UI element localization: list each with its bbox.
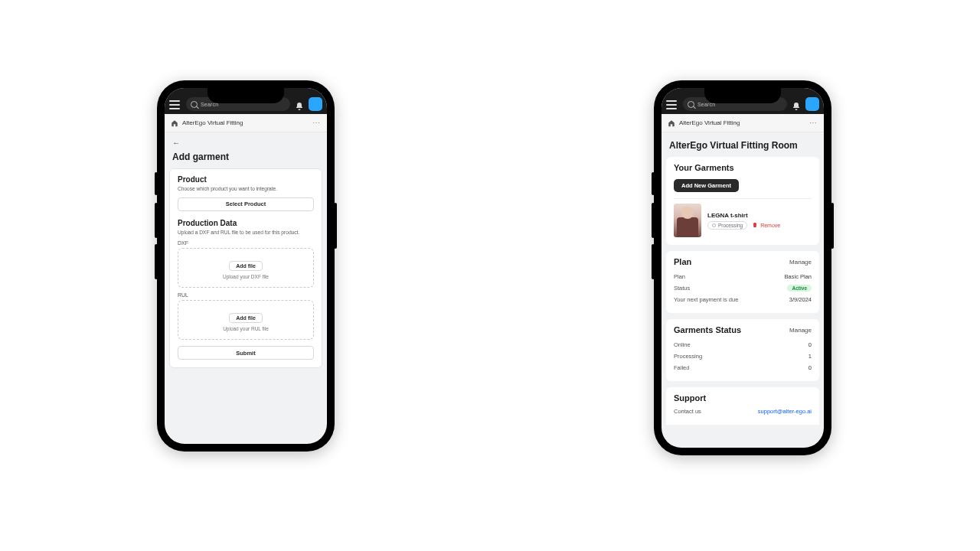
app-icon: [171, 119, 178, 127]
processing-icon: [712, 223, 716, 227]
rul-hint: Upload your RUL file: [223, 326, 269, 331]
online-count: 0: [808, 341, 812, 348]
app-title: AlterEgo Virtual Fitting: [182, 119, 243, 126]
garment-row: LEGNA t-shirt Processing Remove: [674, 198, 812, 237]
next-payment-label: Your next payment is due: [674, 296, 738, 303]
menu-icon[interactable]: [169, 100, 180, 109]
status-badge: Active: [787, 285, 812, 292]
plan-value: Basic Plan: [785, 273, 812, 280]
phone-frame-left: Search AlterEgo Virtual Fitting ⋯ ← Add …: [157, 80, 335, 452]
failed-count: 0: [808, 364, 812, 371]
page-title: AlterEgo Virtual Fitting Room: [662, 132, 824, 157]
notifications-icon[interactable]: [792, 100, 801, 109]
content-right: AlterEgo Virtual Fitting Room Your Garme…: [662, 132, 824, 448]
trash-icon: [752, 222, 758, 228]
phone-frame-right: Search AlterEgo Virtual Fitting ⋯ AlterE…: [654, 80, 831, 455]
dxf-hint: Upload your DXF file: [223, 274, 269, 279]
avatar[interactable]: [309, 97, 322, 111]
rul-add-button[interactable]: Add file: [229, 313, 263, 323]
garments-heading: Your Garments: [674, 163, 734, 172]
avatar[interactable]: [805, 97, 819, 111]
menu-icon[interactable]: [666, 100, 677, 109]
data-heading: Production Data: [178, 219, 314, 227]
rul-label: RUL: [178, 292, 314, 298]
product-card: Product Choose which product you want to…: [169, 168, 322, 368]
online-label: Online: [674, 341, 691, 348]
dxf-label: DXF: [178, 240, 314, 246]
more-icon[interactable]: ⋯: [809, 119, 818, 127]
submit-button[interactable]: Submit: [178, 346, 314, 360]
status-panel: Garments Status Manage Online0 Processin…: [666, 319, 819, 381]
search-icon: [688, 101, 694, 108]
select-product-button[interactable]: Select Product: [178, 197, 314, 211]
page-title: Add garment: [165, 147, 327, 168]
garment-name: LEGNA t-shirt: [707, 212, 812, 219]
title-bar: AlterEgo Virtual Fitting ⋯: [165, 114, 327, 132]
product-sub: Choose which product you want to integra…: [178, 186, 314, 193]
screen-left: Search AlterEgo Virtual Fitting ⋯ ← Add …: [165, 88, 327, 444]
status-label: Status: [674, 285, 690, 292]
data-sub: Upload a DXF and RUL file to be used for…: [178, 230, 314, 236]
notch: [704, 88, 781, 103]
processing-label: Processing: [674, 353, 702, 360]
plan-label: Plan: [674, 273, 685, 280]
plan-heading: Plan: [674, 257, 691, 266]
app-title: AlterEgo Virtual Fitting: [679, 119, 740, 126]
plan-manage-link[interactable]: Manage: [789, 259, 812, 266]
screen-right: Search AlterEgo Virtual Fitting ⋯ AlterE…: [662, 88, 824, 448]
notch: [207, 88, 284, 103]
next-payment-value: 3/9/2024: [789, 296, 812, 303]
processing-count: 1: [808, 353, 812, 360]
notifications-icon[interactable]: [295, 100, 304, 109]
remove-button[interactable]: Remove: [752, 222, 780, 228]
status-heading: Garments Status: [674, 325, 741, 334]
plan-panel: Plan Manage PlanBasic Plan StatusActive …: [666, 251, 819, 313]
garment-status-pill: Processing: [707, 221, 747, 230]
product-heading: Product: [178, 175, 314, 184]
status-manage-link[interactable]: Manage: [789, 327, 812, 334]
back-button[interactable]: ←: [165, 132, 327, 147]
search-icon: [191, 101, 198, 108]
more-icon[interactable]: ⋯: [312, 119, 321, 127]
rul-dropzone[interactable]: Add file Upload your RUL file: [178, 300, 314, 340]
support-panel: Support Contact us support@alter-ego.ai: [666, 387, 819, 425]
support-email-link[interactable]: support@alter-ego.ai: [758, 408, 812, 415]
contact-label: Contact us: [674, 408, 701, 415]
dxf-dropzone[interactable]: Add file Upload your DXF file: [178, 248, 314, 288]
add-garment-button[interactable]: Add New Garment: [674, 179, 739, 192]
support-heading: Support: [674, 393, 706, 403]
dxf-add-button[interactable]: Add file: [229, 261, 263, 271]
title-bar: AlterEgo Virtual Fitting ⋯: [662, 114, 824, 132]
failed-label: Failed: [674, 364, 689, 371]
garments-panel: Your Garments Add New Garment LEGNA t-sh…: [666, 157, 819, 245]
content-left: ← Add garment Product Choose which produ…: [165, 132, 327, 444]
garment-thumb[interactable]: [674, 204, 701, 237]
app-icon: [668, 119, 675, 127]
